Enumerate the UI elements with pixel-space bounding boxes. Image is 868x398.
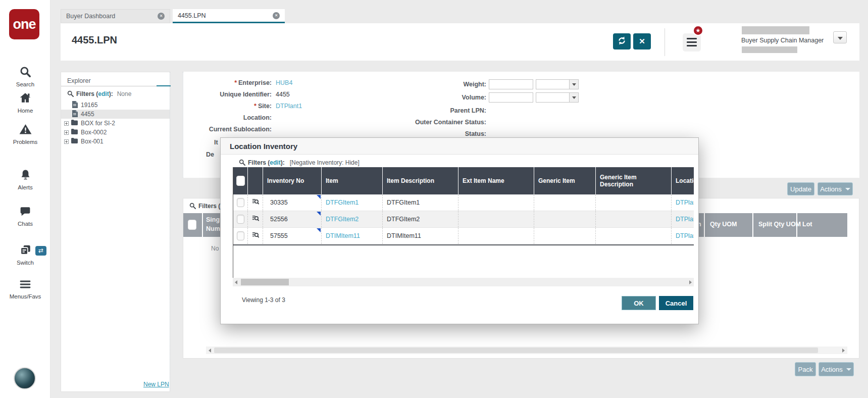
row-checkbox[interactable] (237, 231, 244, 240)
tree-node-box-for-si2[interactable]: BOX for SI-2 (61, 119, 170, 128)
scrollbar-thumb[interactable] (214, 347, 818, 353)
cell-generic-item (534, 228, 595, 244)
enterprise-value-link[interactable]: HUB4 (276, 79, 292, 86)
row-checkbox[interactable] (237, 215, 244, 224)
search-icon (239, 159, 245, 167)
sidebar-item-search[interactable]: Search (0, 65, 50, 87)
cell-item-link[interactable]: DTFGItem2 (326, 216, 359, 223)
grid-col-lot: Lot (802, 221, 812, 228)
switch-shortcut-badge[interactable]: ⇄ (35, 246, 46, 256)
cell-location-link[interactable]: DTPlant1 (676, 216, 694, 223)
pack-button[interactable]: Pack (795, 362, 816, 376)
site-value-link[interactable]: DTPlant1 (276, 103, 302, 110)
horizontal-scrollbar[interactable] (206, 346, 847, 354)
explorer-filters-edit-link[interactable]: edit (98, 90, 109, 97)
close-page-button[interactable]: ✕ (633, 33, 651, 49)
sidebar-item-problems[interactable]: Problems (0, 123, 50, 145)
ok-button[interactable]: OK (622, 296, 656, 310)
volume-uom-select[interactable] (536, 92, 579, 103)
location-inventory-table: Inventory No Item Item Description Ext I… (233, 167, 694, 278)
modal-filters-value: [Negative Inventory: Hide] (290, 159, 360, 166)
modal-horizontal-scrollbar[interactable] (233, 278, 694, 286)
weight-input[interactable] (489, 79, 533, 89)
sidebar-item-chats[interactable]: Chats (0, 205, 50, 227)
sidebar-item-menus-favs[interactable]: Menus/Favs (0, 278, 50, 300)
scroll-left-icon[interactable] (235, 280, 237, 284)
explorer-filters: Filters (edit):None (67, 90, 131, 98)
unique-identifier-value: 4455 (276, 91, 290, 98)
table-row[interactable]: 57555 DTIMItem11 DTIMItem11 DTPlant1 (233, 228, 694, 244)
one-logo-text: one (13, 17, 35, 32)
sidebar-item-home[interactable]: Home (0, 91, 50, 114)
refresh-button[interactable] (613, 33, 631, 49)
scroll-left-icon[interactable] (209, 349, 211, 353)
actions-button-top[interactable]: Actions (818, 182, 853, 195)
tree-node-label: Box-001 (81, 138, 104, 145)
select-all-checkbox[interactable] (236, 176, 245, 186)
app-root: one Search Home Problems Alerts Chats Sw… (0, 0, 868, 398)
switch-cards-icon (19, 250, 32, 258)
detail-magnifier-icon[interactable] (252, 215, 260, 224)
scrollbar-thumb[interactable] (241, 279, 289, 285)
weight-uom-select[interactable] (536, 79, 579, 89)
one-logo[interactable]: one (9, 9, 39, 39)
select-all-checkbox[interactable] (188, 220, 196, 230)
sidebar-item-alerts[interactable]: Alerts (0, 168, 50, 190)
table-row[interactable]: 30335 DTFGItem1 DTFGItem1 DTPlant1 (233, 194, 694, 211)
hamburger-icon (19, 283, 32, 292)
sidebar-label-chats: Chats (0, 221, 50, 227)
col-location: Location (671, 167, 694, 194)
tab-4455-lpn-label: 4455.LPN (178, 12, 273, 19)
tree-node-box-0002[interactable]: Box-0002 (61, 128, 170, 137)
table-header-row: Inventory No Item Item Description Ext I… (233, 167, 694, 194)
col-item-description: Item Description (382, 167, 458, 194)
tab-close-icon[interactable] (158, 13, 165, 20)
cell-item-link[interactable]: DTFGItem1 (326, 199, 359, 206)
grid-col-fragment: Sing (206, 216, 220, 223)
search-icon (189, 203, 196, 211)
dropdown-arrow-icon (569, 80, 578, 89)
sidebar-label-menus-favs: Menus/Favs (0, 293, 50, 300)
user-menu-dropdown[interactable] (833, 31, 847, 43)
tree-expand-icon[interactable] (64, 130, 69, 135)
volume-label: Volume: (385, 94, 486, 101)
location-inventory-modal: Location Inventory Filters (edit):[Negat… (220, 137, 699, 324)
cell-location-link[interactable]: DTPlant1 (676, 199, 694, 206)
col-item: Item (321, 167, 382, 194)
tab-buyer-dashboard[interactable]: Buyer Dashboard (61, 9, 170, 23)
modal-header: Location Inventory (221, 138, 698, 155)
cell-location-link[interactable]: DTPlant1 (676, 232, 694, 239)
table-row[interactable]: 52556 DTFGItem2 DTFGItem2 DTPlant1 (233, 211, 694, 228)
tree-node-19165[interactable]: 19165 (61, 101, 170, 110)
row-checkbox[interactable] (237, 198, 244, 207)
cell-item-link[interactable]: DTIMItem11 (326, 232, 360, 239)
scroll-right-icon[interactable] (842, 349, 845, 353)
tree-node-4455-selected[interactable]: 4455 (61, 110, 170, 119)
tab-4455-lpn[interactable]: 4455.LPN (173, 9, 285, 23)
cell-inventory-no: 57555 (263, 228, 321, 244)
site-label: *Site: (183, 103, 272, 110)
actions-button-bottom[interactable]: Actions (819, 362, 854, 376)
current-sublocation-label: Current Sublocation: (183, 126, 272, 133)
tab-close-icon[interactable] (273, 12, 280, 19)
item-label-fragment: It (214, 139, 218, 146)
cell-generic-item-description (595, 211, 671, 227)
detail-magnifier-icon[interactable] (252, 198, 260, 207)
sidebar-label-search: Search (0, 81, 50, 87)
new-lpn-link[interactable]: New LPN (143, 381, 169, 388)
tree-node-box-001[interactable]: Box-001 (61, 137, 170, 146)
user-avatar[interactable] (14, 367, 36, 389)
update-button[interactable]: Update (787, 182, 814, 195)
detail-magnifier-icon[interactable] (252, 231, 260, 240)
tree-expand-icon[interactable] (64, 139, 69, 144)
search-icon (67, 90, 74, 98)
tree-expand-icon[interactable] (64, 121, 69, 126)
cancel-button[interactable]: Cancel (659, 296, 693, 310)
modal-filters-edit-link[interactable]: edit (270, 159, 280, 166)
scroll-right-icon[interactable] (689, 280, 692, 284)
user-role-label: Buyer Supply Chain Manager (741, 37, 824, 44)
favorites-menu-button[interactable] (683, 33, 701, 52)
modal-title: Location Inventory (230, 142, 297, 151)
volume-input[interactable] (489, 92, 533, 103)
redacted-user-name (742, 26, 809, 34)
